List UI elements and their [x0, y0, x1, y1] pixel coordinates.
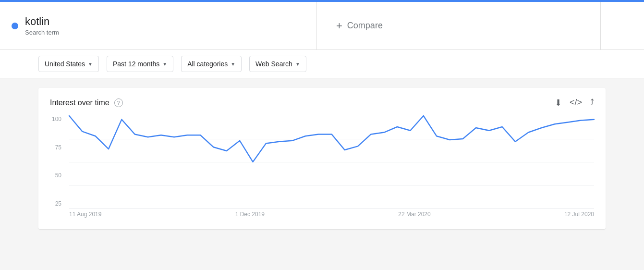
- chevron-down-icon: ▼: [162, 61, 167, 67]
- chart-inner: [69, 116, 594, 208]
- y-label-75: 75: [55, 144, 61, 151]
- search-section: kotlin Search term + Compare: [0, 2, 644, 50]
- chart-wrapper: 100 75 50 25 11 Aug 2019 1 Dec: [69, 116, 594, 221]
- filter-region[interactable]: United States ▼: [38, 56, 99, 72]
- chart-card: Interest over time ? ⬇ </> ⤴ 100 75 50 2…: [38, 88, 606, 229]
- filter-search-type[interactable]: Web Search ▼: [249, 56, 306, 72]
- search-term-box: kotlin Search term: [0, 2, 317, 49]
- line-chart-svg: [69, 116, 594, 208]
- x-label-mar: 22 Mar 2020: [398, 211, 430, 218]
- chevron-down-icon: ▼: [295, 61, 300, 67]
- filter-search-type-label: Web Search: [255, 60, 292, 68]
- filter-period-label: Past 12 months: [113, 60, 159, 68]
- x-label-aug: 11 Aug 2019: [69, 211, 101, 218]
- download-icon[interactable]: ⬇: [555, 98, 562, 108]
- term-info: kotlin Search term: [25, 15, 59, 36]
- right-spacer: [601, 2, 644, 49]
- chevron-down-icon: ▼: [231, 61, 235, 67]
- y-label-50: 50: [55, 172, 61, 179]
- compare-plus-icon: +: [336, 20, 342, 32]
- embed-icon[interactable]: </>: [570, 98, 582, 108]
- share-icon[interactable]: ⤴: [590, 98, 594, 108]
- chevron-down-icon: ▼: [88, 61, 93, 67]
- content-area: Interest over time ? ⬇ </> ⤴ 100 75 50 2…: [0, 78, 644, 246]
- search-term: kotlin: [25, 15, 59, 28]
- filters-bar: United States ▼ Past 12 months ▼ All cat…: [0, 50, 644, 78]
- y-label-25: 25: [55, 200, 61, 207]
- compare-label: Compare: [347, 21, 383, 31]
- term-dot: [12, 23, 18, 29]
- y-axis: 100 75 50 25: [52, 116, 61, 207]
- chart-title: Interest over time: [50, 98, 109, 107]
- chart-actions: ⬇ </> ⤴: [555, 98, 594, 108]
- x-axis: 11 Aug 2019 1 Dec 2019 22 Mar 2020 12 Ju…: [69, 211, 594, 218]
- filter-period[interactable]: Past 12 months ▼: [107, 56, 173, 72]
- x-label-jul: 12 Jul 2020: [564, 211, 594, 218]
- x-label-dec: 1 Dec 2019: [235, 211, 265, 218]
- grid-line-0: [69, 208, 594, 209]
- filter-category-label: All categories: [187, 60, 228, 68]
- y-label-100: 100: [52, 116, 61, 123]
- help-icon[interactable]: ?: [114, 98, 123, 107]
- search-term-label: Search term: [25, 29, 59, 36]
- filter-category[interactable]: All categories ▼: [181, 56, 242, 72]
- compare-box[interactable]: + Compare: [317, 2, 601, 49]
- chart-title-row: Interest over time ?: [50, 98, 123, 107]
- filter-region-label: United States: [45, 60, 85, 68]
- chart-header: Interest over time ? ⬇ </> ⤴: [50, 98, 594, 108]
